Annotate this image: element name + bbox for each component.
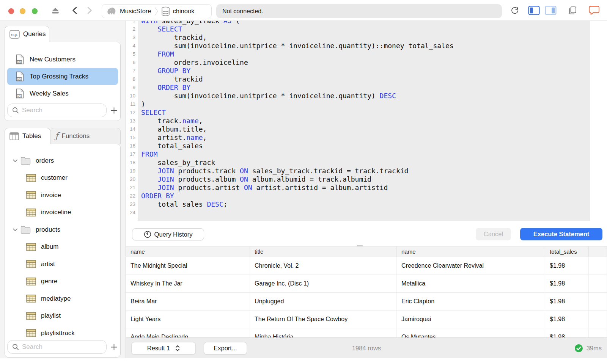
code-line: ORDER BY [141,83,454,92]
tree-table-row[interactable]: playlisttrack [5,325,120,342]
left-sidebar-toggle-icon[interactable] [528,0,540,21]
forward-icon[interactable] [86,0,93,21]
column-header[interactable]: title [250,246,397,257]
export-button[interactable]: Export... [204,342,247,355]
table-search-input[interactable] [22,343,102,351]
tree-table-row[interactable]: playlist [5,308,120,325]
code-line [141,209,454,217]
tables-tree: orders customer invoice invoiceline prod… [5,144,120,342]
table-label: playlist [41,312,61,320]
column-header[interactable]: name [397,246,545,257]
breadcrumb-server[interactable]: MusicStore [107,7,151,16]
table-cell[interactable]: $1.98 [545,257,589,275]
table-cell[interactable]: Garage Inc. (Disc 1) [250,275,397,292]
table-cell[interactable]: The Midnight Special [126,257,250,275]
svg-text:SQL: SQL [11,32,18,36]
table-row[interactable]: Whiskey In The JarGarage Inc. (Disc 1)Me… [126,275,607,293]
query-list-item[interactable]: SQL New Customers [7,51,118,68]
tree-table-row[interactable]: genre [5,273,120,290]
minimize-window-button[interactable] [20,8,25,14]
tab-tables[interactable]: Tables [5,128,50,144]
search-icon [12,344,19,350]
execute-statement-button[interactable]: Execute Statement [520,228,602,240]
tree-folder-row[interactable]: orders [5,152,120,169]
line-number: 18 [126,158,138,167]
line-number: 2 [126,25,138,33]
title-bar: MusicStore chinook Not connected. [0,0,607,21]
chevron-down-icon[interactable] [13,159,18,163]
table-grid-icon [26,191,36,199]
table-cell-filler [589,257,607,275]
add-table-button[interactable] [110,343,118,351]
table-cell[interactable]: $1.98 [545,328,589,337]
sql-file-icon: SQL [16,71,24,82]
table-cell[interactable]: Whiskey In The Jar [126,275,250,292]
tree-folder-row[interactable]: products [5,221,120,238]
table-cell[interactable]: The Return Of The Space Cowboy [250,311,397,328]
table-cell-filler [589,293,607,310]
breadcrumb-separator-icon [154,5,159,17]
table-cell[interactable]: Eric Clapton [397,293,545,310]
column-header[interactable]: total_sales [545,246,589,257]
right-sidebar-toggle-icon[interactable] [544,0,557,21]
table-label: mediatype [41,295,71,303]
breadcrumb-database[interactable]: chinook [161,6,195,16]
table-grid-icon [26,278,36,286]
table-cell[interactable]: Jamiroquai [397,311,545,328]
tree-table-row[interactable]: artist [5,256,120,273]
table-cell[interactable]: Ando Meio Desligado [126,328,250,337]
table-row[interactable]: Ando Meio DesligadoMinha HistóriaOs Muta… [126,328,607,337]
tab-tables-label: Tables [22,132,41,140]
table-cell[interactable]: Creedence Clearwater Revival [397,257,545,275]
table-row[interactable]: Light YearsThe Return Of The Space Cowbo… [126,311,607,328]
table-grid-icon [26,209,36,217]
table-row[interactable]: Beira MarUnpluggedEric Clapton$1.98 [126,293,607,311]
windows-icon[interactable] [567,0,578,21]
tree-table-row[interactable]: invoice [5,187,120,204]
chat-icon[interactable] [588,0,600,21]
table-cell[interactable]: Light Years [126,311,250,328]
svg-text:SQL: SQL [17,95,22,97]
tree-table-row[interactable]: album [5,238,120,256]
column-header[interactable]: name [126,246,250,257]
database-name: chinook [173,8,195,15]
table-cell[interactable]: Unplugged [250,293,397,310]
table-cell[interactable]: $1.98 [545,275,589,292]
pane-divider[interactable] [126,243,607,246]
refresh-icon[interactable] [510,0,520,21]
back-icon[interactable] [71,0,78,21]
table-search[interactable] [7,340,107,354]
table-cell[interactable]: Chronicle, Vol. 2 [250,257,397,275]
table-cell[interactable]: $1.98 [545,293,589,310]
tree-table-row[interactable]: customer [5,169,120,187]
add-query-button[interactable] [110,106,118,115]
query-search[interactable] [7,104,107,117]
table-cell[interactable]: Metallica [397,275,545,292]
tab-queries[interactable]: SQL Queries [5,26,49,42]
table-cell[interactable]: Beira Mar [126,293,250,310]
eject-icon[interactable] [50,0,60,21]
zoom-window-button[interactable] [32,8,38,14]
query-history-button[interactable]: Query History [132,228,204,240]
code-area[interactable]: WITH sales_by_track AS ( SELECT trackid,… [139,21,590,221]
query-list-item[interactable]: SQL Top Grossing Tracks [7,68,118,85]
tab-functions[interactable]: ƒ Functions [50,128,121,144]
close-window-button[interactable] [8,8,14,14]
table-cell[interactable]: Os Mutantes [397,328,545,337]
cancel-button[interactable]: Cancel [476,228,511,240]
chevron-down-icon[interactable] [13,228,18,232]
code-line: JOIN products.track ON sales_by_track.tr… [141,167,454,175]
tree-table-row[interactable]: mediatype [5,290,120,308]
table-cell[interactable]: Minha História [250,328,397,337]
tree-table-row[interactable]: invoiceline [5,204,120,221]
query-list: SQL New Customers SQL Top Grossing Track… [5,42,120,102]
table-cell[interactable]: $1.98 [545,311,589,328]
query-search-input[interactable] [22,107,102,114]
code-lines: WITH sales_by_track AS ( SELECT trackid,… [139,21,454,217]
result-selector[interactable]: Result 1 [131,342,196,355]
table-row[interactable]: The Midnight SpecialChronicle, Vol. 2Cre… [126,257,607,275]
sql-editor[interactable]: WITH sales_by_track AS ( SELECT trackid,… [126,21,607,221]
line-number: 22 [126,192,138,200]
tab-queries-label: Queries [23,30,46,38]
query-list-item[interactable]: SQL Weekly Sales [7,85,118,102]
